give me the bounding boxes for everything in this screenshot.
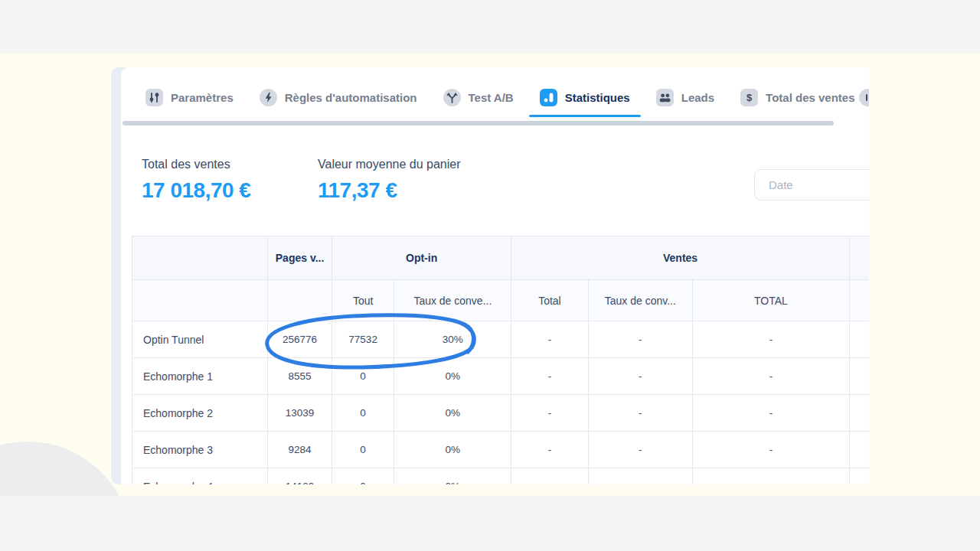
lightning-icon [260,89,277,106]
cell-ventes-total: - [511,358,588,395]
row-name: Echomorphe 4 [132,468,268,485]
cell-ventes-total-caps: - [693,395,850,432]
cell-ventes-taux: - [588,321,693,358]
top-strip [0,0,980,54]
stat-label: Valeur moyenne du panier [318,158,461,171]
tab-leads[interactable]: Leads [656,89,714,106]
cell-ventes-taux: - [588,432,693,468]
stat-value: 117,37 € [318,178,461,203]
tab-label: Paramètres [171,91,234,104]
cell-optin-tout: 0 [332,395,394,432]
cell-ca-visiteur: - [849,432,869,468]
stat-valeur-moyenne-panier: Valeur moyenne du panier 117,37 € [318,158,461,203]
bar-chart-icon [540,89,557,106]
table-row: Echomorphe 2 13039 0 0% - - - - [132,395,870,432]
cell-ventes-total: - [511,321,588,358]
stat-label: Total des ventes [142,158,250,171]
cell-ventes-total-caps: - [693,432,850,468]
cell-ventes-total-caps: - [693,468,850,485]
header-pages-vues: Pages v... [268,236,332,280]
statistics-panel: Paramètres Règles d'automatisation [121,67,869,484]
tab-test-ab[interactable]: Test A/B [443,89,514,106]
cell-ca-visiteur: - [849,321,869,358]
cell-ventes-total: - [511,468,588,485]
cell-optin-tout: 77532 [332,321,394,358]
cell-ventes-total-caps: - [693,321,850,358]
row-name: Optin Tunnel [132,321,268,358]
cell-optin-taux: 0% [394,358,511,395]
tab-label: Règles d'automatisation [285,91,417,104]
header-blank [132,236,268,280]
date-filter [754,169,869,201]
cell-ca-visiteur: - [849,358,869,395]
cell-ventes-total-caps: - [693,358,850,395]
tab-label: Total des ventes [766,91,854,104]
active-tab-indicator [529,115,641,117]
funnel-tabbar: Paramètres Règles d'automatisation [121,67,869,117]
table-sub-header-row: Tout Taux de conve... Total Taux de conv… [132,280,870,321]
table-row: Echomorphe 1 8555 0 0% - - - - [132,358,870,395]
subheader-total: Total [511,280,588,321]
table-row: Echomorphe 3 9284 0 0% - - - - [132,432,870,468]
cell-optin-taux: 0% [394,468,511,485]
header-ca-visiteur: C.A./visi... [849,236,869,280]
subheader-taux-conversion-optin: Taux de conve... [394,280,511,321]
date-input[interactable] [754,169,869,201]
bottom-strip [0,496,980,551]
cell-optin-tout: 0 [332,468,394,485]
tab-parametres[interactable]: Paramètres [145,89,234,106]
tab-total-des-ventes[interactable]: $ Total des ventes [740,89,854,106]
header-ventes: Ventes [511,236,849,280]
cell-optin-taux: 30% [394,321,511,358]
subheader-taux-conversion-ventes: Taux de conv... [588,280,693,321]
cell-optin-taux: 0% [394,432,511,468]
tab-label: Test A/B [469,91,514,104]
cell-ventes-total: - [511,395,588,432]
stat-value: 17 018,70 € [142,178,250,203]
tab-statistiques[interactable]: Statistiques [540,89,630,106]
header-opt-in: Opt-in [332,236,511,280]
clipped-tab-icon[interactable] [859,89,869,106]
stat-total-des-ventes: Total des ventes 17 018,70 € [142,158,250,203]
cell-ca-visiteur: - [849,395,869,432]
dollar-icon: $ [740,89,758,106]
table-row: Echomorphe 4 14139 0 0% - - - - [132,468,870,485]
statistics-table: Pages v... Opt-in Ventes C.A./visi... To… [132,236,869,484]
tabs-scrollbar[interactable] [122,121,834,126]
row-name: Echomorphe 2 [132,395,268,432]
tab-label: Statistiques [565,91,630,104]
statistics-table-wrap: Pages v... Opt-in Ventes C.A./visi... To… [132,236,869,484]
cell-optin-tout: 0 [332,358,394,395]
cell-pages-vues: 9284 [268,432,332,468]
cell-ventes-taux: - [588,468,693,485]
row-name: Echomorphe 3 [132,432,268,468]
subheader-blank [132,280,268,321]
sliders-icon [145,89,163,106]
cell-pages-vues: 8555 [268,358,332,395]
table-row: Optin Tunnel 256776 77532 30% - - - - [132,321,870,358]
cell-pages-vues: 256776 [268,321,332,358]
subheader-blank [268,280,332,321]
cell-ventes-taux: - [588,395,693,432]
cell-optin-tout: 0 [332,432,394,468]
subheader-tout: Tout [332,280,394,321]
cell-ventes-taux: - [588,358,693,395]
tab-label: Leads [681,91,714,104]
subheader-total-caps: TOTAL [693,280,850,321]
cell-pages-vues: 14139 [268,468,332,485]
cell-ventes-total: - [511,432,588,468]
cell-optin-taux: 0% [394,395,511,432]
cell-ca-visiteur: - [849,468,869,485]
subheader-blank [849,280,869,321]
cell-pages-vues: 13039 [268,395,332,432]
split-icon [443,89,461,106]
tab-regles-automatisation[interactable]: Règles d'automatisation [260,89,417,106]
people-icon [656,89,674,106]
row-name: Echomorphe 1 [132,358,268,395]
table-group-header-row: Pages v... Opt-in Ventes C.A./visi... [132,236,870,280]
app-screenshot: Paramètres Règles d'automatisation [111,67,869,484]
